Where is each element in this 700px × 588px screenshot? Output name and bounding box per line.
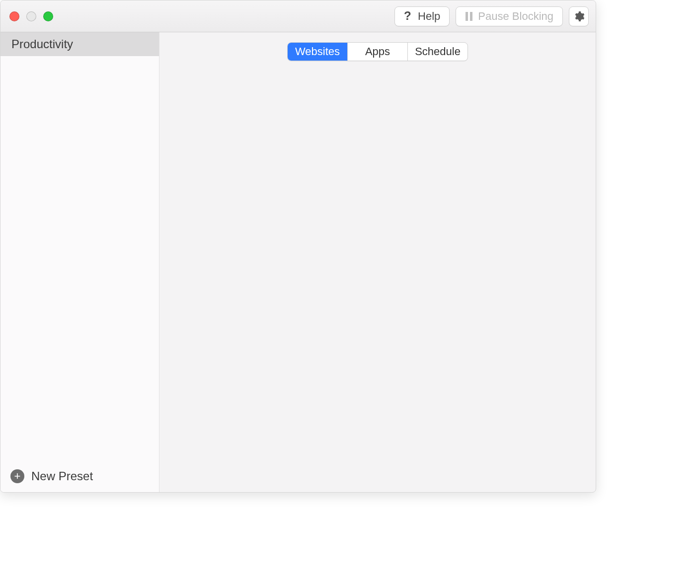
tab-websites[interactable]: Websites [288,43,348,61]
category-item[interactable]: Chat [183,120,351,137]
preferences-window: ? Help Pause Blocking Productivity + New… [0,0,596,493]
tab-websites-label: Websites [295,45,340,58]
pause-icon [465,12,473,21]
svg-rect-2 [470,12,472,21]
info-text: This affects only Safari and Google Chro… [202,448,570,478]
categories-scrollbar[interactable] [353,105,359,244]
category-item-label: News [202,223,231,236]
titlebar: ? Help Pause Blocking [0,0,596,32]
category-item-label: Politics [202,240,238,245]
tab-schedule[interactable]: Schedule [408,43,467,61]
category-item[interactable]: Humor [183,187,351,204]
category-item[interactable]: All Websites [183,103,351,120]
pause-blocking-button[interactable]: Pause Blocking [456,6,563,26]
blocked-websites-label: Blocked Websites [183,262,572,276]
exceptions-add-button[interactable] [402,234,420,249]
lock-button[interactable] [373,83,390,101]
svg-rect-1 [466,12,468,21]
category-checkbox[interactable] [188,106,198,116]
category-checkbox[interactable] [188,123,198,133]
tab-apps-label: Apps [365,45,390,58]
category-item-label: All Websites [202,105,265,118]
scrollbar-thumb[interactable] [354,105,359,184]
blocked-websites-add-button[interactable] [183,424,201,439]
window-body: Productivity + New Preset Websites Apps … [0,32,596,492]
websites-panel: Blocked Categories All WebsitesChatDatin… [172,55,583,492]
info-icon: i [185,449,196,460]
category-item[interactable]: News [183,221,351,238]
category-item-label: Chat [202,122,227,135]
sidebar-item-label: Productivity [11,37,73,51]
minimize-window-button[interactable] [26,11,36,21]
svg-text:?: ? [404,10,411,22]
info-row: i This affects only Safari and Google Ch… [183,448,572,478]
category-checkbox[interactable] [188,241,198,245]
zoom-window-button[interactable] [43,11,53,21]
category-item[interactable]: Politics [183,238,351,245]
categories-list[interactable]: All WebsitesChatDatingGamblingGamesHumor… [183,102,362,245]
blocked-categories-label: Blocked Categories [183,83,362,97]
gear-icon [573,10,585,22]
category-item[interactable]: Games [183,170,351,187]
settings-button[interactable] [569,6,589,26]
category-item-label: Dating [202,139,235,152]
main-content: Websites Apps Schedule Blocked Categorie… [159,32,596,492]
pause-blocking-label: Pause Blocking [478,10,553,23]
tab-bar: Websites Apps Schedule [287,42,468,61]
exceptions-footer [401,234,572,249]
category-item-label: Music [202,206,232,220]
category-checkbox[interactable] [188,224,198,234]
sidebar-item-productivity[interactable]: Productivity [0,32,159,56]
exceptions-label: Exceptions [396,85,455,99]
category-item[interactable]: Dating [183,137,351,153]
blocked-websites-list[interactable]: example.com [183,281,572,424]
blocked-website-item[interactable]: example.com [183,282,572,297]
traffic-lights [9,11,53,21]
tab-apps[interactable]: Apps [348,43,408,61]
help-button[interactable]: ? Help [394,6,450,26]
blocked-websites-remove-button[interactable] [201,424,219,439]
category-checkbox[interactable] [188,140,198,150]
sidebar: Productivity + New Preset [0,32,159,492]
help-button-label: Help [418,10,440,23]
exceptions-remove-button[interactable] [420,234,438,249]
question-icon: ? [404,10,413,23]
category-checkbox[interactable] [188,174,198,184]
exceptions-list[interactable] [401,106,572,234]
category-item[interactable]: Music [183,204,351,221]
category-checkbox[interactable] [188,208,198,218]
close-window-button[interactable] [9,11,19,21]
category-item[interactable]: Gambling [183,153,351,170]
category-item-label: Games [202,172,239,186]
category-item-label: Gambling [202,155,251,169]
plus-circle-icon: + [10,469,24,483]
new-preset-button[interactable]: + New Preset [0,460,159,492]
lock-icon [378,87,386,97]
blocked-websites-footer [183,424,572,439]
category-item-label: Humor [202,189,236,203]
tab-schedule-label: Schedule [415,45,461,58]
new-preset-label: New Preset [31,469,93,483]
category-checkbox[interactable] [188,191,198,201]
category-checkbox[interactable] [188,157,198,167]
blocked-website-label: example.com [188,283,253,296]
